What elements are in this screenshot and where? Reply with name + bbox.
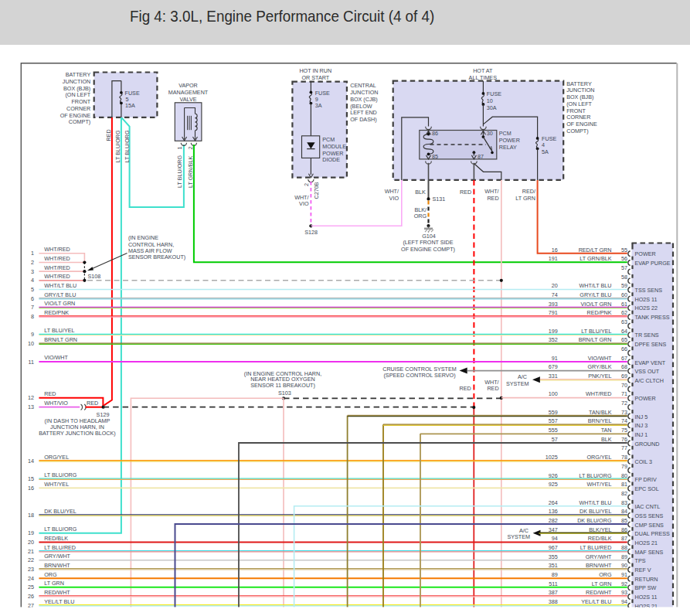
svg-text:LT GRN/BLK: LT GRN/BLK — [187, 156, 194, 188]
svg-text:264: 264 — [549, 499, 558, 506]
svg-text:DK BLU/YEL: DK BLU/YEL — [580, 508, 612, 515]
svg-text:BRN/YEL: BRN/YEL — [588, 417, 612, 424]
svg-text:RED: RED — [487, 195, 498, 202]
svg-text:A/C: A/C — [518, 373, 527, 380]
svg-text:89: 89 — [552, 571, 558, 578]
svg-text:WHT/RED: WHT/RED — [44, 264, 70, 271]
svg-text:GRY/LT BLU: GRY/LT BLU — [580, 291, 611, 298]
svg-text:22: 22 — [28, 556, 34, 563]
svg-text:S128: S128 — [304, 229, 318, 236]
svg-text:VIO: VIO — [299, 200, 309, 207]
svg-text:LT BLU/ORG: LT BLU/ORG — [44, 471, 76, 478]
svg-text:OF ENGINE: OF ENGINE — [566, 121, 597, 128]
svg-text:2: 2 — [31, 259, 34, 266]
svg-text:EVAP PURGE: EVAP PURGE — [635, 260, 671, 267]
svg-text:WHT/VIO: WHT/VIO — [44, 400, 68, 407]
svg-text:57: 57 — [552, 436, 558, 443]
svg-text:EPC SOL: EPC SOL — [635, 485, 659, 492]
svg-text:559: 559 — [549, 409, 558, 416]
svg-text:65: 65 — [621, 336, 627, 343]
svg-text:A/C CLTCH: A/C CLTCH — [635, 377, 664, 384]
svg-text:DK BLU/YEL: DK BLU/YEL — [44, 508, 76, 515]
svg-text:VIO: VIO — [389, 195, 399, 202]
svg-text:RED: RED — [460, 385, 471, 392]
svg-text:25: 25 — [28, 584, 34, 590]
svg-text:(ON LEFT: (ON LEFT — [65, 91, 90, 98]
svg-text:COIL 3: COIL 3 — [635, 458, 653, 465]
svg-text:75: 75 — [621, 427, 627, 434]
svg-text:INJ 1: INJ 1 — [635, 431, 648, 438]
svg-text:ALL TIMES: ALL TIMES — [469, 74, 498, 81]
svg-text:LT BLU/ORG: LT BLU/ORG — [44, 526, 76, 533]
svg-text:74: 74 — [552, 291, 558, 298]
svg-text:LT GRN: LT GRN — [592, 580, 612, 587]
svg-text:TAN: TAN — [601, 427, 612, 434]
svg-text:1: 1 — [176, 147, 183, 150]
svg-text:10: 10 — [487, 97, 493, 104]
svg-text:94: 94 — [621, 598, 627, 605]
svg-text:RED/WHT: RED/WHT — [586, 589, 612, 596]
svg-text:TPS: TPS — [635, 557, 646, 564]
svg-text:WHT/LT BLU: WHT/LT BLU — [44, 282, 76, 289]
svg-text:(BELOW: (BELOW — [350, 103, 372, 110]
svg-text:POWER: POWER — [499, 137, 520, 144]
svg-text:LT BLU/YEL: LT BLU/YEL — [44, 327, 74, 334]
svg-text:RED/PNK: RED/PNK — [587, 309, 612, 316]
svg-text:86: 86 — [432, 130, 438, 137]
svg-text:331: 331 — [549, 373, 558, 379]
svg-text:555: 555 — [549, 427, 558, 434]
svg-text:S131: S131 — [433, 196, 446, 202]
svg-text:94: 94 — [552, 535, 558, 542]
svg-text:2: 2 — [303, 183, 310, 186]
svg-text:HOT IN RUN: HOT IN RUN — [299, 67, 331, 74]
svg-text:6: 6 — [31, 295, 34, 302]
svg-text:2: 2 — [187, 147, 194, 150]
svg-text:967: 967 — [549, 544, 558, 551]
svg-text:OF ENGINE COMPT): OF ENGINE COMPT) — [401, 246, 455, 253]
svg-text:FUSE: FUSE — [487, 90, 501, 97]
svg-text:90: 90 — [621, 562, 627, 569]
svg-text:9: 9 — [31, 331, 34, 338]
svg-text:ORG/YEL: ORG/YEL — [587, 454, 612, 461]
svg-text:WHT/YEL: WHT/YEL — [587, 481, 612, 488]
svg-text:GROUND: GROUND — [635, 441, 660, 448]
svg-text:1025: 1025 — [546, 454, 558, 461]
svg-text:70: 70 — [621, 382, 627, 389]
svg-text:557: 557 — [549, 417, 558, 424]
svg-text:15: 15 — [28, 475, 34, 482]
svg-text:87: 87 — [478, 153, 484, 160]
svg-text:PCM: PCM — [499, 130, 512, 137]
svg-text:FUSE: FUSE — [542, 135, 556, 142]
svg-text:FP DRIV: FP DRIV — [635, 476, 657, 483]
svg-text:86: 86 — [621, 526, 627, 533]
svg-text:YEL/LT BLU: YEL/LT BLU — [581, 598, 611, 605]
svg-text:JUNCTION: JUNCTION — [63, 78, 90, 85]
svg-text:30A: 30A — [487, 104, 497, 111]
svg-text:89: 89 — [621, 553, 627, 560]
svg-text:20: 20 — [552, 282, 558, 289]
svg-text:GRY/WHT: GRY/WHT — [586, 553, 612, 560]
svg-text:BRN/LT GRN: BRN/LT GRN — [579, 336, 612, 343]
svg-text:BOX (BJB): BOX (BJB) — [566, 94, 593, 100]
svg-text:WHT/LT BLU: WHT/LT BLU — [579, 282, 611, 289]
svg-text:EVAP VENT: EVAP VENT — [635, 359, 666, 366]
svg-text:LT BLU/ORG: LT BLU/ORG — [114, 130, 121, 162]
svg-text:MAF SENS: MAF SENS — [635, 549, 664, 556]
svg-text:JUNCTION: JUNCTION — [350, 89, 378, 96]
svg-text:69: 69 — [621, 373, 627, 379]
svg-text:925: 925 — [549, 481, 558, 488]
svg-text:199: 199 — [549, 328, 558, 335]
svg-text:S103: S103 — [278, 390, 291, 396]
svg-text:3: 3 — [31, 268, 34, 275]
svg-text:92: 92 — [621, 580, 627, 587]
svg-text:TAN/BLK: TAN/BLK — [589, 409, 612, 416]
svg-text:ORG/YEL: ORG/YEL — [44, 454, 69, 461]
svg-text:11: 11 — [29, 359, 34, 366]
svg-text:12: 12 — [28, 394, 34, 401]
svg-text:136: 136 — [549, 508, 558, 515]
svg-text:BLK/YEL: BLK/YEL — [589, 526, 611, 533]
svg-text:VSS OUT: VSS OUT — [635, 368, 660, 375]
svg-text:INJ 3: INJ 3 — [635, 422, 648, 429]
svg-text:LT GRN: LT GRN — [515, 195, 535, 202]
svg-text:OF DASH): OF DASH) — [350, 116, 376, 123]
